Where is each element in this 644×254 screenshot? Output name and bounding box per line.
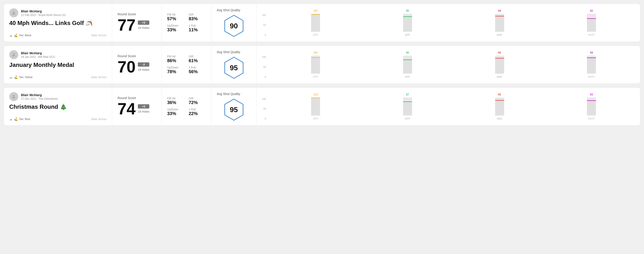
- oneputt-label: 1 Putt: [189, 24, 206, 27]
- quality-score: 95: [230, 64, 238, 72]
- weather-icon: ☁: [9, 33, 12, 37]
- fw-hit-value: 86%: [167, 58, 184, 63]
- bar-bg: [311, 57, 320, 74]
- data-source: Data: Arccos: [91, 34, 106, 37]
- card-stats: FW Hit 57% GIR 83% Up/Down 33% 1 Putt 11…: [162, 4, 211, 42]
- bar-container: [403, 14, 412, 32]
- player-header: Blair McHarg 29 Jan 2022 · Mill Ride GCC: [9, 50, 106, 59]
- avatar: [9, 92, 18, 101]
- bar-container: [403, 98, 412, 116]
- chart-column: 95 ARG: [456, 93, 543, 120]
- bar-bg: [311, 14, 320, 32]
- card-footer: ☁ ⛳ Tee: Yellow Data: Arccos: [9, 75, 106, 79]
- holes-text: 18 Holes: [138, 68, 149, 71]
- card-score: Round Score 70 -2 18 Holes: [112, 46, 162, 84]
- chart-x-label: PUTT: [588, 33, 595, 36]
- chart-area: 100 50 0 101 OTT 86 APP: [262, 51, 635, 78]
- card-quality: Avg Shot Quality 95: [211, 46, 256, 84]
- card-quality: Avg Shot Quality 90: [211, 4, 256, 42]
- player-date-course: 27 Dec 2021 · The Oxfordshire: [21, 97, 58, 101]
- updown-stat: Up/Down 33%: [167, 24, 184, 32]
- holes-text: 18 Holes: [138, 110, 149, 113]
- fw-hit-value: 57%: [167, 16, 184, 21]
- score-diff-badge: -2: [138, 62, 149, 67]
- score-badge-area: -2 18 Holes: [138, 62, 149, 71]
- chart-x-label: ARG: [497, 75, 502, 78]
- fw-hit-stat: FW Hit 36%: [167, 97, 184, 105]
- chart-area: 100 50 0 107 OTT 95 APP: [262, 9, 635, 36]
- player-name: Blair McHarg: [21, 9, 66, 13]
- stats-grid: FW Hit 36% GIR 72% Up/Down 33% 1 Putt 22…: [167, 97, 206, 116]
- fw-hit-stat: FW Hit 57%: [167, 13, 184, 21]
- bar-bg: [403, 16, 412, 32]
- chart-x-label: ARG: [497, 33, 502, 36]
- bar-line: [587, 100, 596, 101]
- score-label: Round Score: [118, 12, 156, 16]
- card-left: Blair McHarg 27 Dec 2021 · The Oxfordshi…: [4, 88, 112, 126]
- chart-area: 100 50 0 110 OTT 87 APP: [262, 93, 635, 120]
- bar-bg: [495, 100, 504, 116]
- card-footer: ☁ ⛳ Tee: Black Data: Arccos: [9, 33, 106, 37]
- quality-score: 95: [230, 106, 238, 114]
- gir-label: GIR: [189, 97, 206, 100]
- player-name: Blair McHarg: [21, 93, 58, 97]
- oneputt-label: 1 Putt: [189, 66, 206, 69]
- oneputt-stat: 1 Putt 22%: [189, 108, 206, 116]
- chart-x-label: APP: [405, 117, 410, 120]
- player-name: Blair McHarg: [21, 51, 55, 55]
- tee-icon: ⛳: [14, 33, 18, 37]
- card-chart: 100 50 0 110 OTT 87 APP: [256, 88, 640, 126]
- fw-hit-label: FW Hit: [167, 13, 184, 16]
- oneputt-value: 56%: [189, 69, 206, 74]
- score-badge-area: +2 18 Holes: [138, 104, 149, 113]
- weather-icon: ☁: [9, 75, 12, 79]
- tee-icon: ⛳: [14, 75, 18, 79]
- player-date-course: 29 Jan 2022 · Mill Ride GCC: [21, 55, 55, 59]
- gir-label: GIR: [189, 13, 206, 16]
- chart-column: 101 OTT: [272, 51, 359, 78]
- fw-hit-stat: FW Hit 86%: [167, 55, 184, 63]
- card-stats: FW Hit 36% GIR 72% Up/Down 33% 1 Putt 22…: [162, 88, 211, 126]
- chart-x-label: OTT: [313, 33, 318, 36]
- quality-label: Avg Shot Quality: [217, 92, 240, 96]
- player-header: Blair McHarg 27 Dec 2021 · The Oxfordshi…: [9, 92, 106, 101]
- oneputt-value: 22%: [189, 111, 206, 116]
- bar-container: [587, 98, 596, 116]
- card-score: Round Score 77 +5 18 Holes: [112, 4, 162, 42]
- quality-label: Avg Shot Quality: [217, 8, 240, 12]
- chart-columns: 101 OTT 86 APP 96: [272, 51, 635, 78]
- card-quality: Avg Shot Quality 95: [211, 88, 256, 126]
- card-left: Blair McHarg 12 Feb 2022 · Royal North D…: [4, 4, 112, 42]
- chart-column: 95 APP: [364, 9, 451, 36]
- chart-x-label: ARG: [497, 117, 502, 120]
- gir-value: 61%: [189, 58, 206, 63]
- avatar: [9, 8, 18, 17]
- score-diff-badge: +2: [138, 104, 149, 109]
- tee-info: ☁ ⛳ Tee: Blue: [9, 117, 30, 121]
- bar-bg: [587, 100, 596, 116]
- updown-stat: Up/Down 78%: [167, 66, 184, 74]
- bar-bg: [495, 58, 504, 74]
- chart-column: 96 ARG: [456, 51, 543, 78]
- card-score: Round Score 74 +2 18 Holes: [112, 88, 162, 126]
- bar-bg: [587, 18, 596, 32]
- svg-point-2: [13, 95, 14, 97]
- bar-container: [495, 56, 504, 74]
- gir-stat: GIR 61%: [189, 55, 206, 63]
- oneputt-stat: 1 Putt 11%: [189, 24, 206, 32]
- card-left: Blair McHarg 29 Jan 2022 · Mill Ride GCC…: [4, 46, 112, 84]
- chart-column: 107 OTT: [272, 9, 359, 36]
- chart-column: 86 APP: [364, 51, 451, 78]
- player-date-course: 12 Feb 2022 · Royal North Devon GC: [21, 13, 66, 17]
- round-card[interactable]: Blair McHarg 29 Jan 2022 · Mill Ride GCC…: [4, 45, 640, 84]
- card-chart: 100 50 0 101 OTT 86 APP: [256, 46, 640, 84]
- round-card[interactable]: Blair McHarg 27 Dec 2021 · The Oxfordshi…: [4, 87, 640, 126]
- bar-bg: [403, 101, 412, 116]
- hexagon-container: 95: [223, 57, 245, 79]
- chart-column: 82 PUTT: [548, 9, 635, 36]
- round-card[interactable]: Blair McHarg 12 Feb 2022 · Royal North D…: [4, 3, 640, 42]
- chart-x-label: PUTT: [588, 75, 595, 78]
- bar-line: [311, 14, 320, 15]
- oneputt-label: 1 Putt: [189, 108, 206, 111]
- updown-label: Up/Down: [167, 24, 184, 27]
